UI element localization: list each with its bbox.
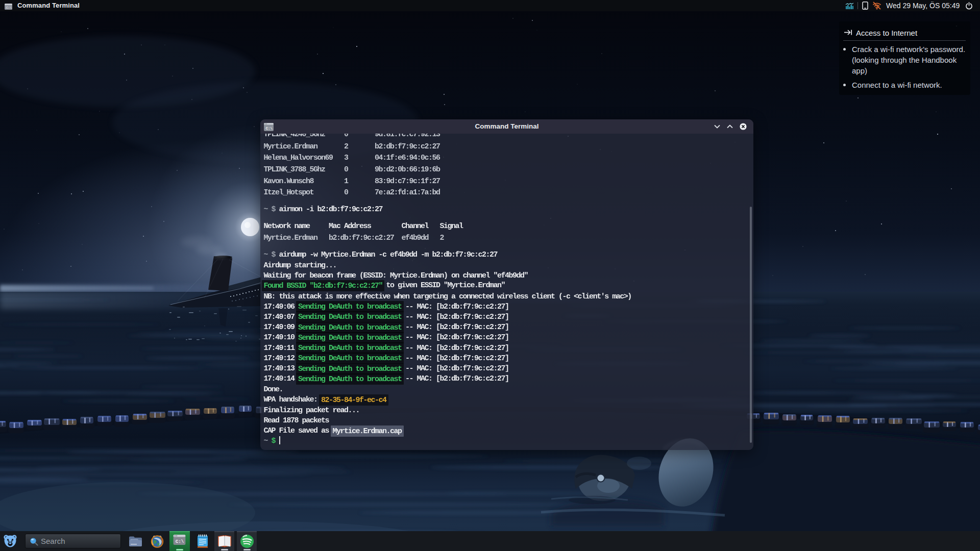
svg-text:C:\: C:\ <box>6 6 12 10</box>
svg-text:C:\: C:\ <box>176 539 184 544</box>
svg-text:C:\: C:\ <box>265 127 273 131</box>
